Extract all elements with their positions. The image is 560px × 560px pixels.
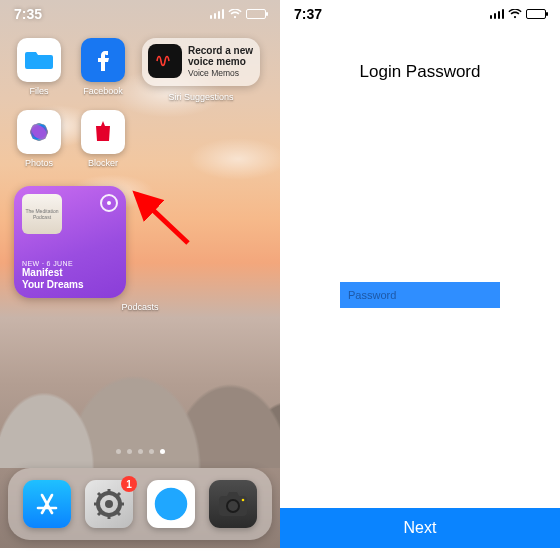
podcasts-caption: Podcasts bbox=[14, 302, 266, 312]
cellular-icon bbox=[210, 9, 225, 19]
siri-caption: Siri Suggestions bbox=[142, 92, 260, 102]
dock-app-appstore[interactable] bbox=[22, 480, 72, 528]
app-label: Blocker bbox=[88, 158, 118, 168]
files-icon bbox=[17, 38, 61, 82]
settings-badge: 1 bbox=[121, 476, 137, 492]
appstore-icon bbox=[23, 480, 71, 528]
app-label: Photos bbox=[25, 158, 53, 168]
wifi-icon bbox=[228, 9, 242, 19]
podcast-title: Manifest Your Dreams bbox=[22, 267, 118, 290]
dock: 1 bbox=[8, 468, 272, 540]
status-bar-right: 7:37 bbox=[280, 0, 560, 28]
siri-suggestion-widget[interactable]: Record a new voice memo Voice Memos bbox=[142, 38, 260, 86]
svg-line-8 bbox=[136, 194, 188, 243]
podcasts-icon bbox=[100, 194, 118, 212]
svg-point-13 bbox=[105, 500, 113, 508]
app-blocker[interactable]: Blocker bbox=[78, 110, 128, 168]
next-button[interactable]: Next bbox=[280, 508, 560, 548]
homescreen-panel: 7:35 Files bbox=[0, 0, 280, 548]
settings-icon: 1 bbox=[85, 480, 133, 528]
wifi-icon bbox=[508, 9, 522, 19]
svg-point-26 bbox=[228, 501, 238, 511]
login-title: Login Password bbox=[280, 62, 560, 82]
password-input[interactable] bbox=[340, 282, 500, 308]
podcast-artwork: The Meditation Podcast bbox=[22, 194, 62, 234]
app-facebook[interactable]: Facebook bbox=[78, 38, 128, 96]
app-label: Facebook bbox=[83, 86, 123, 96]
app-photos[interactable]: Photos bbox=[14, 110, 64, 168]
safari-icon bbox=[147, 480, 195, 528]
camera-icon bbox=[209, 480, 257, 528]
svg-point-27 bbox=[242, 499, 245, 502]
podcast-meta: NEW · 6 JUNE bbox=[22, 260, 118, 267]
battery-icon bbox=[526, 9, 546, 19]
page-indicator[interactable] bbox=[0, 449, 280, 454]
cellular-icon bbox=[490, 9, 505, 19]
voice-memos-icon bbox=[148, 44, 182, 78]
status-time: 7:37 bbox=[294, 6, 322, 22]
dock-app-camera[interactable] bbox=[208, 480, 258, 528]
status-time: 7:35 bbox=[14, 6, 42, 22]
dock-app-safari[interactable] bbox=[146, 480, 196, 528]
podcasts-widget[interactable]: The Meditation Podcast NEW · 6 JUNE Mani… bbox=[14, 186, 126, 298]
home-content: Files bbox=[0, 28, 280, 464]
annotation-arrow bbox=[128, 188, 198, 248]
battery-icon bbox=[246, 9, 266, 19]
login-body bbox=[280, 82, 560, 508]
app-files[interactable]: Files bbox=[14, 38, 64, 96]
dock-app-settings[interactable]: 1 bbox=[84, 480, 134, 528]
siri-text: Record a new voice memo Voice Memos bbox=[188, 45, 253, 78]
facebook-icon bbox=[81, 38, 125, 82]
photos-icon bbox=[17, 110, 61, 154]
blocker-icon bbox=[81, 110, 125, 154]
login-panel: 7:37 Login Password Next bbox=[280, 0, 560, 548]
app-label: Files bbox=[29, 86, 48, 96]
status-bar-left: 7:35 bbox=[0, 0, 280, 28]
